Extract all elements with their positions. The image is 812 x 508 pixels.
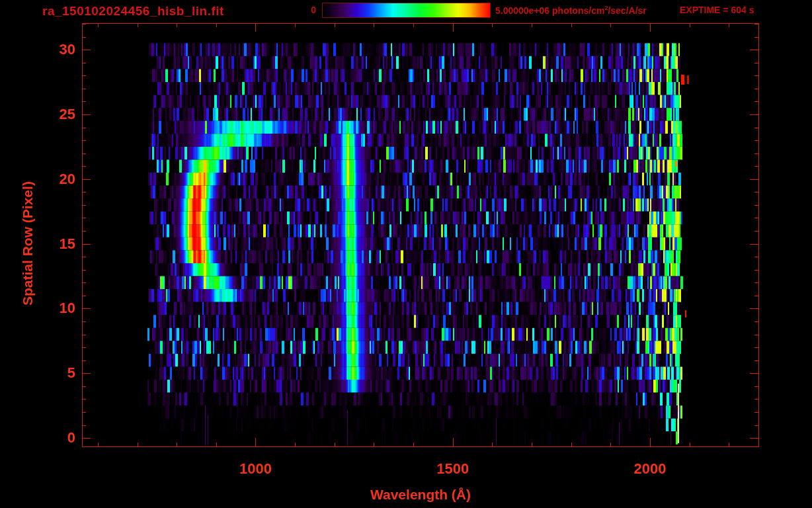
y-tick-label: 25 (0, 106, 75, 123)
y-tick-label: 15 (0, 235, 75, 253)
spectral-heatmap-canvas (0, 0, 812, 508)
x-axis-title: Wavelength (Å) (370, 487, 471, 503)
x-tick-label: 1500 (436, 460, 469, 478)
colorbar-units-suffix: /sec/A/sr (608, 5, 646, 16)
y-tick-label: 20 (0, 171, 75, 188)
y-tick-label: 30 (0, 41, 75, 58)
colorbar-units-prefix: photons/cm (549, 5, 604, 16)
filename-title: ra_150102024456_hisb_lin.fit (42, 4, 224, 19)
y-tick-label: 5 (0, 364, 75, 382)
x-tick-label: 1000 (239, 460, 272, 478)
y-tick-label: 0 (0, 429, 75, 446)
colorbar-max-value: 5.00000e+06 (495, 5, 549, 16)
x-tick-label: 2000 (633, 460, 666, 478)
colorbar-max-label: 5.00000e+06 photons/cm2/sec/A/sr (495, 5, 647, 16)
exptime-label: EXPTIME = 604 s (680, 5, 754, 15)
colorbar-min-label: 0 (283, 5, 316, 15)
colorbar-gradient (322, 3, 491, 18)
y-tick-label: 10 (0, 300, 75, 317)
